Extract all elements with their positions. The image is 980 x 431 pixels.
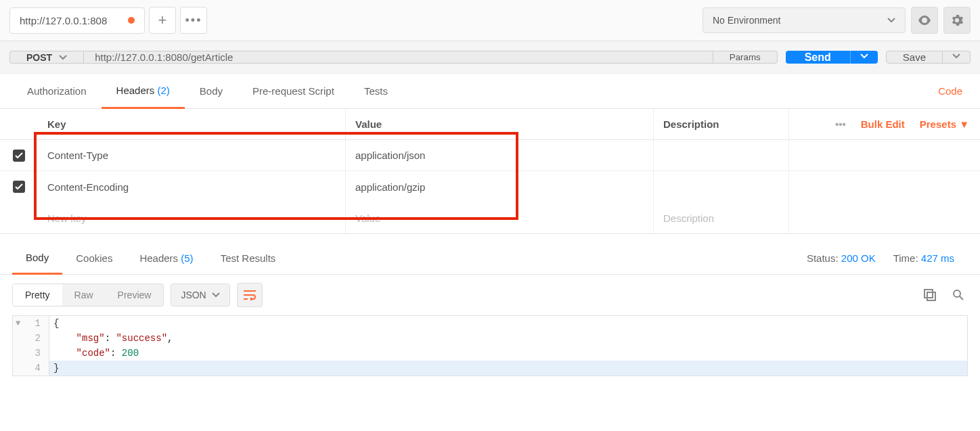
tab-tests[interactable]: Tests (349, 74, 403, 108)
headers-table-head: Key Value Description ••• Bulk Edit Pres… (0, 109, 980, 140)
table-row[interactable]: Content-Type application/json (0, 140, 980, 171)
chevron-down-icon (212, 291, 220, 299)
copy-button[interactable] (920, 286, 939, 304)
header-key[interactable]: Content-Type (38, 140, 346, 171)
response-code-view[interactable]: ▼1{2 "msg": "success",3 "code": 2004} (12, 315, 968, 376)
toolbar-right (920, 286, 968, 304)
resp-tab-body[interactable]: Body (12, 242, 62, 275)
header-key[interactable]: Content-Encoding (38, 171, 346, 202)
tab-title: http://127.0.0.1:808 (20, 15, 107, 26)
plus-icon: + (158, 13, 167, 28)
presets-dropdown[interactable]: Presets ▼ (920, 118, 969, 130)
check-icon (13, 181, 25, 193)
chevron-down-icon (860, 52, 868, 60)
params-button[interactable]: Params (713, 51, 778, 64)
tab-body[interactable]: Body (185, 74, 238, 108)
resp-tab-headers[interactable]: Headers (5) (126, 243, 206, 273)
method-label: POST (26, 52, 52, 63)
resp-tab-test-results[interactable]: Test Results (207, 243, 290, 273)
search-icon (952, 289, 964, 301)
language-dropdown[interactable]: JSON (171, 283, 229, 307)
code-link[interactable]: Code (933, 74, 968, 108)
col-value: Value (346, 109, 654, 139)
top-bar: http://127.0.0.1:808 + ••• No Environmen… (0, 0, 980, 41)
environment-label: No Environment (713, 15, 780, 26)
eye-icon (918, 16, 931, 25)
header-description[interactable] (654, 171, 789, 202)
tab-authorization[interactable]: Authorization (12, 74, 102, 108)
bulk-edit-link[interactable]: Bulk Edit (861, 118, 905, 130)
search-button[interactable] (949, 286, 968, 304)
format-pretty-button[interactable]: Pretty (13, 284, 62, 306)
format-preview-button[interactable]: Preview (106, 284, 164, 306)
col-key: Key (38, 109, 346, 139)
response-body-toolbar: Pretty Raw Preview JSON (0, 275, 980, 315)
new-value-input[interactable]: Value (346, 202, 654, 233)
environment-select[interactable]: No Environment (703, 7, 906, 33)
tab-pre-request-script[interactable]: Pre-request Script (238, 74, 349, 108)
header-value[interactable]: application/json (346, 140, 654, 171)
format-group: Pretty Raw Preview (12, 283, 164, 307)
url-input[interactable] (83, 51, 713, 64)
table-row[interactable]: Content-Encoding application/gzip (0, 171, 980, 202)
ellipsis-icon: ••• (185, 14, 202, 28)
request-tab[interactable]: http://127.0.0.1:808 (9, 7, 145, 34)
svg-point-2 (954, 290, 960, 297)
new-description-input[interactable]: Description (654, 202, 789, 233)
method-dropdown[interactable]: POST (9, 51, 83, 64)
row-checkbox[interactable] (0, 140, 38, 171)
resp-tab-cookies[interactable]: Cookies (62, 243, 126, 273)
chevron-down-icon (952, 52, 960, 60)
gear-icon (951, 14, 963, 26)
response-tabs: Body Cookies Headers (5) Test Results St… (0, 242, 980, 275)
row-checkbox[interactable] (0, 171, 38, 202)
time-value: 427 ms (921, 252, 954, 264)
chevron-down-icon (59, 53, 67, 62)
send-button[interactable]: Send (786, 51, 850, 64)
tab-actions-button[interactable]: ••• (180, 7, 207, 34)
save-button[interactable]: Save (886, 51, 943, 64)
header-description[interactable] (654, 140, 789, 171)
request-tabs: Authorization Headers (2) Body Pre-reque… (0, 74, 980, 109)
chevron-down-icon (887, 16, 895, 24)
tab-strip: http://127.0.0.1:808 + ••• (9, 7, 207, 34)
new-tab-button[interactable]: + (149, 7, 176, 34)
wrap-lines-button[interactable] (237, 283, 263, 307)
request-bar: POST Params Send Save (0, 41, 980, 74)
save-button-group: Save (886, 51, 971, 64)
send-dropdown-button[interactable] (850, 51, 878, 64)
send-button-group: Send (786, 51, 878, 64)
format-raw-button[interactable]: Raw (62, 284, 106, 306)
wrap-icon (243, 290, 257, 300)
save-dropdown-button[interactable] (943, 51, 971, 64)
headers-new-row[interactable]: New key Value Description (0, 202, 980, 233)
status-value: 200 OK (841, 252, 876, 264)
check-icon (13, 150, 25, 162)
unsaved-dot-icon (128, 17, 135, 24)
tab-headers[interactable]: Headers (2) (102, 74, 185, 109)
new-key-input[interactable]: New key (38, 202, 346, 233)
environment-quicklook-button[interactable] (911, 7, 938, 34)
header-value[interactable]: application/gzip (346, 171, 654, 202)
copy-icon (924, 289, 936, 301)
response-meta: Status: 200 OK Time: 427 ms (807, 252, 968, 264)
svg-rect-1 (927, 292, 935, 300)
top-right: No Environment (703, 7, 971, 34)
svg-rect-0 (925, 290, 933, 298)
col-description: Description (654, 109, 789, 139)
columns-menu-button[interactable]: ••• (835, 118, 846, 130)
headers-table: Key Value Description ••• Bulk Edit Pres… (0, 109, 980, 234)
settings-button[interactable] (943, 7, 971, 34)
